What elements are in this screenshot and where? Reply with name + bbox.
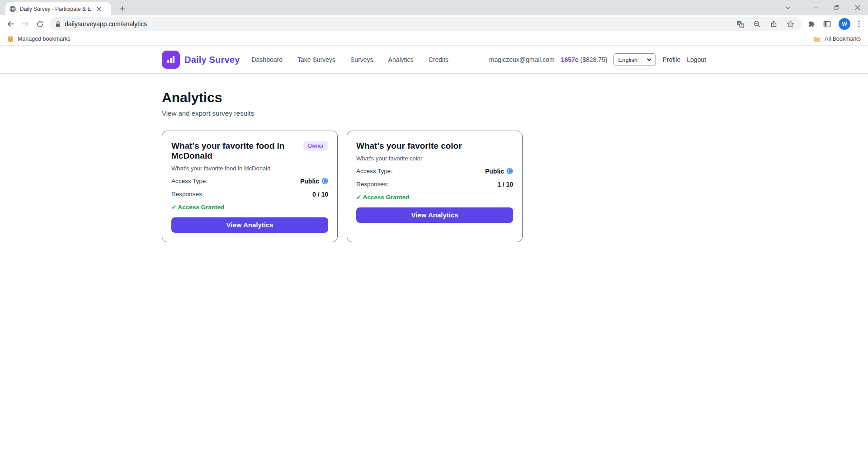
view-analytics-button[interactable]: View Analytics <box>171 217 328 233</box>
access-granted-status: ✓ Access Granted <box>356 193 513 201</box>
tab-title: Daily Survey - Participate & Earn <box>20 6 91 12</box>
back-icon[interactable] <box>4 17 18 31</box>
nav-surveys[interactable]: Surveys <box>350 56 373 63</box>
tab-close-icon[interactable] <box>95 5 103 13</box>
bookmark-star-icon[interactable] <box>787 20 794 28</box>
chevron-down-icon <box>647 58 651 61</box>
url-text: dailysurveyapp.com/analytics <box>65 20 147 28</box>
main-content: Analytics View and export survey results… <box>0 74 868 242</box>
profile-avatar[interactable]: W <box>839 18 850 30</box>
public-globe-icon <box>321 178 328 184</box>
credits-usd: ($828.75) <box>580 56 608 63</box>
new-tab-button[interactable] <box>117 3 127 14</box>
access-type-value: Public <box>300 178 319 185</box>
access-type-label: Access Type: <box>171 178 208 184</box>
responses-label: Responses: <box>171 191 203 197</box>
logout-link[interactable]: Logout <box>687 56 706 63</box>
bookmarks-bar: Managed bookmarks All Bookmarks <box>0 33 868 46</box>
nav-analytics[interactable]: Analytics <box>388 56 414 63</box>
managed-bookmarks[interactable]: Managed bookmarks <box>7 36 71 42</box>
extensions-puzzle-icon[interactable] <box>808 20 816 28</box>
profile-link[interactable]: Profile <box>662 56 680 63</box>
survey-card: What's your favorite color What's your f… <box>347 131 523 242</box>
close-window-button[interactable] <box>847 0 868 15</box>
page-title: Analytics <box>162 90 706 105</box>
survey-title: What's your favorite color <box>356 141 462 151</box>
language-selected: English <box>618 56 637 63</box>
restore-button[interactable] <box>826 0 847 15</box>
site-header: Daily Survey Dashboard Take Surveys Surv… <box>0 46 868 74</box>
survey-card: What's your favorite food in McDonald Ow… <box>162 131 338 242</box>
responses-value: 1 / 10 <box>497 181 513 188</box>
translate-icon[interactable]: A <box>736 20 744 28</box>
survey-description: What's your favorite food in McDonald <box>171 165 328 172</box>
language-select[interactable]: English <box>613 53 656 66</box>
bookmarks-divider <box>806 35 806 42</box>
main-nav: Dashboard Take Surveys Surveys Analytics… <box>251 56 448 63</box>
access-granted-status: ✓ Access Granted <box>171 203 328 211</box>
survey-description: What's your favorite color <box>356 155 513 162</box>
page-subtitle: View and export survey results <box>162 109 706 117</box>
share-icon[interactable] <box>770 20 778 28</box>
reload-icon[interactable] <box>33 17 47 31</box>
all-bookmarks-label[interactable]: All Bookmarks <box>825 36 861 42</box>
view-analytics-button[interactable]: View Analytics <box>356 207 513 223</box>
credits-amount: 1657c <box>561 56 579 63</box>
forward-icon[interactable] <box>18 17 33 31</box>
browser-tab[interactable]: Daily Survey - Participate & Earn <box>5 2 111 15</box>
menu-dots-icon[interactable] <box>858 20 860 28</box>
survey-cards: What's your favorite food in McDonald Ow… <box>162 131 706 242</box>
managed-bookmarks-folder-icon <box>7 36 14 42</box>
responses-value: 0 / 10 <box>312 191 328 198</box>
owner-badge: Owner <box>303 141 328 151</box>
lock-icon <box>55 21 61 28</box>
all-bookmarks-folder-icon <box>813 36 820 42</box>
survey-title: What's your favorite food in McDonald <box>171 141 300 161</box>
tab-strip: Daily Survey - Participate & Earn <box>0 0 868 15</box>
access-type-value: Public <box>485 168 504 175</box>
address-bar[interactable]: dailysurveyapp.com/analytics A <box>50 17 802 31</box>
nav-dashboard[interactable]: Dashboard <box>251 56 283 63</box>
access-type-label: Access Type: <box>356 168 392 174</box>
globe-favicon-icon <box>9 5 16 13</box>
managed-bookmarks-label: Managed bookmarks <box>18 36 71 42</box>
tab-search-chevron-icon[interactable] <box>778 0 797 15</box>
side-panel-icon[interactable] <box>823 20 831 28</box>
minimize-button[interactable] <box>806 0 826 15</box>
brand[interactable]: Daily Survey <box>162 51 240 69</box>
public-globe-icon <box>506 168 513 174</box>
zoom-out-icon[interactable] <box>753 20 761 28</box>
brand-name: Daily Survey <box>184 55 240 65</box>
responses-label: Responses: <box>356 181 388 188</box>
nav-take-surveys[interactable]: Take Surveys <box>297 56 335 63</box>
nav-credits[interactable]: Credits <box>429 56 448 63</box>
browser-toolbar: dailysurveyapp.com/analytics A <box>0 15 868 33</box>
user-email: magiczeux@gmail.com <box>489 56 555 63</box>
credits-balance: 1657c ($828.75) <box>561 56 608 63</box>
brand-logo-icon <box>162 51 180 69</box>
